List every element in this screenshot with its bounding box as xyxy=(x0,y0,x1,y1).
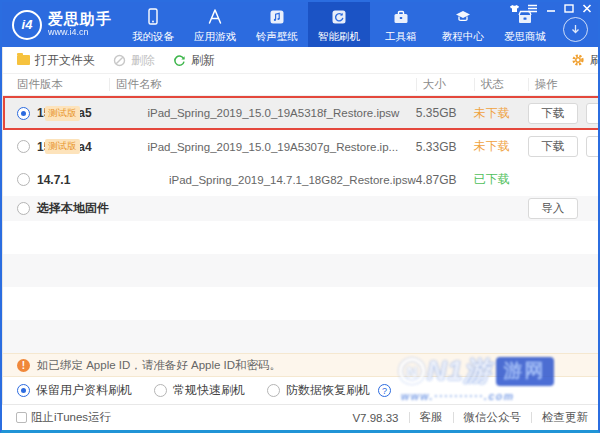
skin-icon[interactable] xyxy=(509,4,520,13)
beta-badge: 测试版 xyxy=(45,106,80,121)
briefcase-icon xyxy=(391,7,411,27)
table-row-empty xyxy=(3,254,600,287)
radio-icon[interactable] xyxy=(17,140,30,153)
status-downloaded: 已下载 xyxy=(474,171,528,188)
radio-icon xyxy=(154,384,167,397)
folder-icon xyxy=(17,55,30,65)
minimize-icon[interactable] xyxy=(545,4,556,13)
close-icon[interactable] xyxy=(581,4,592,13)
status-not-downloaded: 未下载 xyxy=(474,105,528,122)
i4-logo-icon: i4 xyxy=(12,10,42,40)
window-controls xyxy=(509,4,592,13)
table-row-empty xyxy=(3,287,600,320)
flash-refresh-icon xyxy=(329,7,349,27)
nav-ringtones-wallpapers[interactable]: 铃声壁纸 xyxy=(246,2,308,47)
app-title: 爱思助手 xyxy=(48,11,112,28)
download-button[interactable]: 下载 xyxy=(528,136,578,157)
graduation-cap-icon xyxy=(453,7,473,27)
header-operation: 操作 xyxy=(528,78,600,91)
customer-service-link[interactable]: 客服 xyxy=(420,410,443,425)
delete-button[interactable]: 删除 xyxy=(113,52,155,69)
main-panel: 打开文件夹 删除 刷新 刷机设置 固件版本 固件名称 大小 xyxy=(3,47,600,404)
block-itunes-checkbox[interactable]: 阻止iTunes运行 xyxy=(2,410,115,425)
flash-mode-options: 保留用户资料刷机 常规快速刷机 防数据恢复刷机 ? xyxy=(3,377,600,404)
firmware-row-15.0beta5[interactable]: 15.0beta5 测试版 iPad_Spring_2019_15.0_19A5… xyxy=(3,96,600,130)
radio-icon xyxy=(267,384,280,397)
warning-icon: ! xyxy=(17,359,30,372)
checkbox-icon xyxy=(16,412,27,423)
delete-icon xyxy=(113,54,126,67)
header-size: 大小 xyxy=(416,78,474,91)
firmware-toolbar: 打开文件夹 删除 刷新 刷机设置 xyxy=(3,47,600,74)
import-button[interactable]: 导入 xyxy=(586,103,600,124)
app-logo[interactable]: i4 爱思助手 www.i4.cn xyxy=(2,2,122,47)
table-header: 固件版本 固件名称 大小 状态 操作 xyxy=(3,74,600,96)
nav-my-devices[interactable]: 我的设备 xyxy=(122,2,184,47)
title-bar: i4 爱思助手 www.i4.cn 我的设备 应用游戏 xyxy=(2,2,598,47)
app-window: i4 爱思助手 www.i4.cn 我的设备 应用游戏 xyxy=(0,0,600,433)
radio-selected-icon xyxy=(17,384,30,397)
import-button[interactable]: 导入 xyxy=(528,198,578,219)
footer-links: V7.98.33 客服 微信公众号 检查更新 xyxy=(352,410,598,425)
download-arrow-icon xyxy=(569,23,582,36)
nav-toolbox[interactable]: 工具箱 xyxy=(370,2,432,47)
import-button[interactable]: 导入 xyxy=(586,136,600,157)
nav-apps-games[interactable]: 应用游戏 xyxy=(184,2,246,47)
option-anti-data-recovery[interactable]: 防数据恢复刷机 ? xyxy=(267,382,391,399)
firmware-row-14.7.1[interactable]: 14.7.1 iPad_Spring_2019_14.7.1_18G82_Res… xyxy=(3,163,600,196)
header-firmware-version: 固件版本 xyxy=(3,78,109,91)
table-row-empty xyxy=(3,320,600,353)
select-local-firmware-row[interactable]: 选择本地固件 导入 xyxy=(3,196,600,221)
wechat-account-link[interactable]: 微信公众号 xyxy=(464,410,522,425)
nav-tutorial-center[interactable]: 教程中心 xyxy=(432,2,494,47)
phone-icon xyxy=(143,7,163,27)
maximize-icon[interactable] xyxy=(563,4,574,13)
status-bar: 阻止iTunes运行 V7.98.33 客服 微信公众号 检查更新 xyxy=(2,404,598,430)
open-folder-button[interactable]: 打开文件夹 xyxy=(17,52,95,69)
radio-selected-icon[interactable] xyxy=(17,107,30,120)
beta-badge: 测试版 xyxy=(45,139,80,154)
empty-rows xyxy=(3,221,600,353)
table-row-empty xyxy=(3,221,600,254)
refresh-button[interactable]: 刷新 xyxy=(173,52,215,69)
status-not-downloaded: 未下载 xyxy=(474,138,528,155)
firmware-file-name: iPad_Spring_2019_14.7.1_18G82_Restore.ip… xyxy=(109,174,416,186)
menu-icon[interactable] xyxy=(527,4,538,13)
option-normal-fast-flash[interactable]: 常规快速刷机 xyxy=(154,382,245,399)
appstore-icon xyxy=(205,7,225,27)
header-firmware-name: 固件名称 xyxy=(109,78,416,91)
apple-id-notice: ! 如已绑定 Apple ID，请准备好 Apple ID和密码。 ✕ xyxy=(3,353,600,377)
refresh-icon xyxy=(173,54,186,67)
help-icon[interactable]: ? xyxy=(378,384,391,397)
version-label: V7.98.33 xyxy=(352,412,398,424)
download-button[interactable]: 下载 xyxy=(528,103,578,124)
flash-settings-button[interactable]: 刷机设置 xyxy=(571,52,600,69)
gear-icon xyxy=(571,53,585,67)
radio-icon[interactable] xyxy=(17,173,30,186)
app-url: www.i4.cn xyxy=(48,28,112,38)
music-note-icon xyxy=(267,7,287,27)
radio-icon[interactable] xyxy=(17,202,30,215)
header-status: 状态 xyxy=(474,78,528,91)
firmware-row-15.0beta4[interactable]: 15.0beta4 测试版 iPad_Spring_2019_15.0_19A5… xyxy=(3,130,600,163)
nav-smart-flash[interactable]: 智能刷机 xyxy=(308,2,370,47)
option-keep-user-data[interactable]: 保留用户资料刷机 xyxy=(17,382,132,399)
check-update-link[interactable]: 检查更新 xyxy=(542,410,588,425)
firmware-file-name: iPad_Spring_2019_15.0_19A5307g_Restore.i… xyxy=(88,141,416,153)
firmware-file-name: iPad_Spring_2019_15.0_19A5318f_Restore.i… xyxy=(88,107,416,119)
download-manager-button[interactable] xyxy=(563,17,588,42)
